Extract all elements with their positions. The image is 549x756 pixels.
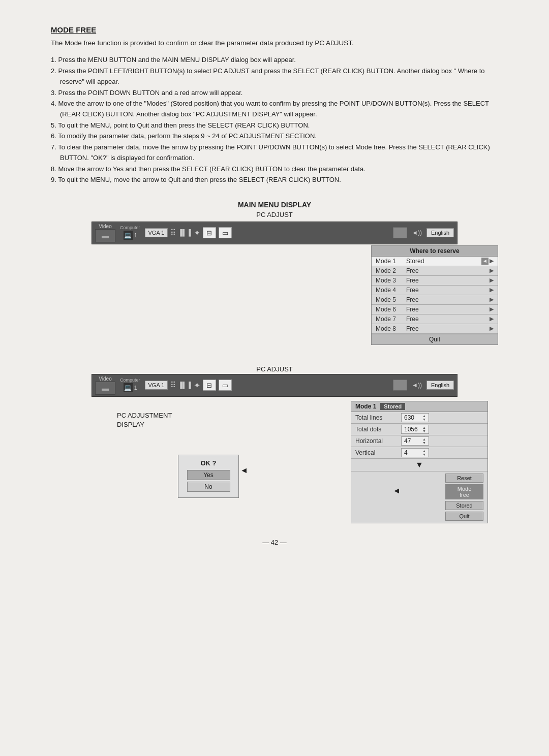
vga-btn1[interactable]: VGA 1 xyxy=(145,228,168,237)
sound-icon1: ◄)) xyxy=(410,229,424,236)
step-item: 4. Move the arrow to one of the "Modes" … xyxy=(51,98,498,120)
sound-icon2: ◄)) xyxy=(410,382,424,389)
dots-icon2: ⠿ xyxy=(170,381,175,390)
diagram2-subtitle: PC ADJUST xyxy=(256,365,293,373)
diagram2-section: PC ADJUST Video ▬ Computer 💻 1 VGA 1 ⠿ ▐… xyxy=(51,365,498,523)
dropdown-row-7[interactable]: Mode 8 Free ▶ xyxy=(372,324,498,334)
pc-adj-value-3: 4 ▲ ▼ xyxy=(401,448,429,457)
adj-btn-3[interactable]: Quit xyxy=(445,512,483,521)
display-icon2: ⊟ xyxy=(203,380,216,391)
dropdown-header1: Where to reserve xyxy=(372,246,498,257)
video-label1: Video xyxy=(99,224,111,229)
dropdown-row-4[interactable]: Mode 5 Free ▶ xyxy=(372,295,498,305)
diagram1-subtitle: PC ADJUST xyxy=(256,211,293,218)
bars-icon1: ▐▌▐ xyxy=(178,229,191,236)
dropdown-row-1[interactable]: Mode 2 Free ▶ xyxy=(372,266,498,276)
dropdown-row-2[interactable]: Mode 3 Free ▶ xyxy=(372,276,498,286)
right-arrow-icon: ▶ xyxy=(490,296,494,303)
english-btn2[interactable]: English xyxy=(426,381,454,390)
page-number: — 42 — xyxy=(51,539,498,546)
pc-adj-row-0: Total lines 630 ▲ ▼ xyxy=(351,412,487,424)
pc-adj-value-0: 630 ▲ ▼ xyxy=(401,413,429,422)
step-item: 6. To modify the parameter data, perform… xyxy=(51,131,498,141)
rect-icon2: ▭ xyxy=(219,380,232,391)
english-btn1[interactable]: English xyxy=(426,228,454,237)
pc-adjust-panel: Mode 1 Stored Total lines 630 ▲ ▼ Total … xyxy=(351,401,488,523)
pc-adj-row-1: Total dots 1056 ▲ ▼ xyxy=(351,424,487,435)
spinner-icon-2[interactable]: ▲ ▼ xyxy=(422,437,426,445)
computer-num1: 1 xyxy=(134,232,137,238)
dropdown-panel1: Where to reserve Mode 1 Stored ◄ ▶ Mode … xyxy=(371,245,498,345)
ok-arrow-icon: ◄ xyxy=(240,466,248,475)
right-arrow-icon: ▶ xyxy=(490,325,494,332)
step-item: 2. Press the POINT LEFT/RIGHT BUTTON(s) … xyxy=(51,66,498,87)
dropdown-row-6[interactable]: Mode 7 Free ▶ xyxy=(372,314,498,324)
adj-btn-1[interactable]: Mode free xyxy=(445,484,483,499)
video-label2: Video xyxy=(99,376,111,382)
diagram1-title: MAIN MENU DISPLAY xyxy=(238,201,311,209)
diagram1-section: MAIN MENU DISPLAY PC ADJUST Video ▬ Comp… xyxy=(51,201,498,345)
star-icon2: ✦ xyxy=(194,381,200,390)
right-arrow-icon: ▶ xyxy=(490,316,494,322)
ok-dialog-btn-0[interactable]: Yes xyxy=(187,470,230,480)
step-item: 3. Press the POINT DOWN BUTTON and a red… xyxy=(51,87,498,98)
left-arrow-icon: ◄ xyxy=(481,258,489,265)
blank-icon1 xyxy=(393,227,407,238)
dropdown-row-3[interactable]: Mode 4 Free ▶ xyxy=(372,286,498,295)
menubar2: Video ▬ Computer 💻 1 VGA 1 ⠿ ▐▌▐ ✦ ⊟ ▭ ◄… xyxy=(92,374,458,397)
page-content: MODE FREE The Mode free function is prov… xyxy=(30,0,518,577)
ok-dialog-title: OK ? xyxy=(184,459,233,467)
page-title: MODE FREE xyxy=(51,25,498,34)
step-item: 8. Move the arrow to Yes and then press … xyxy=(51,164,498,174)
dropdown-quit[interactable]: Quit xyxy=(372,334,498,344)
ok-dialog-btn-1[interactable]: No xyxy=(187,482,230,492)
menubar1: Video ▬ Computer 💻 1 VGA 1 ⠿ ▐▌▐ ✦ ⊟ ▭ ◄… xyxy=(92,222,458,244)
step-item: 5. To quit the MENU, point to Quit and t… xyxy=(51,120,498,131)
pc-adj-value-1: 1056 ▲ ▼ xyxy=(401,425,429,434)
rect-icon1: ▭ xyxy=(219,227,232,238)
pc-mode-header: Mode 1 Stored xyxy=(351,401,487,412)
adj-btn-2[interactable]: Stored xyxy=(445,501,483,510)
steps-list: 1. Press the MENU BUTTON and the MAIN ME… xyxy=(51,54,498,185)
bottom-buttons: Reset Mode free Stored Quit xyxy=(351,471,487,523)
mode-free-arrow-icon: ◄ xyxy=(392,486,401,495)
adj-btn-0[interactable]: Reset xyxy=(445,474,483,483)
bars-icon2: ▐▌▐ xyxy=(178,382,191,389)
right-arrow-icon: ▶ xyxy=(490,306,494,312)
down-arrow-icon: ▼ xyxy=(351,459,487,471)
step-item: 7. To clear the parameter data, move the… xyxy=(51,142,498,164)
step-item: 1. Press the MENU BUTTON and the MAIN ME… xyxy=(51,54,498,65)
blank-icon2 xyxy=(393,380,407,391)
computer-label2: Computer xyxy=(120,377,140,383)
right-arrow-icon: ▶ xyxy=(490,277,494,284)
intro-text: The Mode free function is provided to co… xyxy=(51,38,498,48)
right-arrow-icon: ▶ xyxy=(490,258,494,264)
computer-label1: Computer xyxy=(120,225,140,230)
pc-adjustment-label: PC ADJUSTMENTDISPLAY xyxy=(117,411,172,429)
pc-adj-row-2: Horizontal 47 ▲ ▼ xyxy=(351,435,487,447)
step-item: 9. To quit the MENU, move the arrow to Q… xyxy=(51,174,498,185)
stored-badge: Stored xyxy=(380,403,405,410)
right-arrow-icon: ▶ xyxy=(490,287,494,293)
star-icon1: ✦ xyxy=(194,228,200,238)
right-arrow-icon: ▶ xyxy=(490,267,494,274)
pc-adj-value-2: 47 ▲ ▼ xyxy=(401,436,429,446)
ok-dialog: OK ? Yes No ◄ xyxy=(102,450,239,498)
pc-adj-row-3: Vertical 4 ▲ ▼ xyxy=(351,447,487,459)
display-icon1: ⊟ xyxy=(203,227,216,238)
vga-btn2[interactable]: VGA 1 xyxy=(145,381,168,390)
dropdown-row-0[interactable]: Mode 1 Stored ◄ ▶ xyxy=(372,257,498,266)
dropdown-row-5[interactable]: Mode 6 Free ▶ xyxy=(372,305,498,314)
dots-icon1: ⠿ xyxy=(170,228,175,237)
computer-num2: 1 xyxy=(134,385,137,391)
spinner-icon-1[interactable]: ▲ ▼ xyxy=(422,426,426,433)
spinner-icon-0[interactable]: ▲ ▼ xyxy=(422,414,426,421)
ok-dialog-box: OK ? Yes No xyxy=(178,455,239,498)
spinner-icon-3[interactable]: ▲ ▼ xyxy=(422,449,426,456)
